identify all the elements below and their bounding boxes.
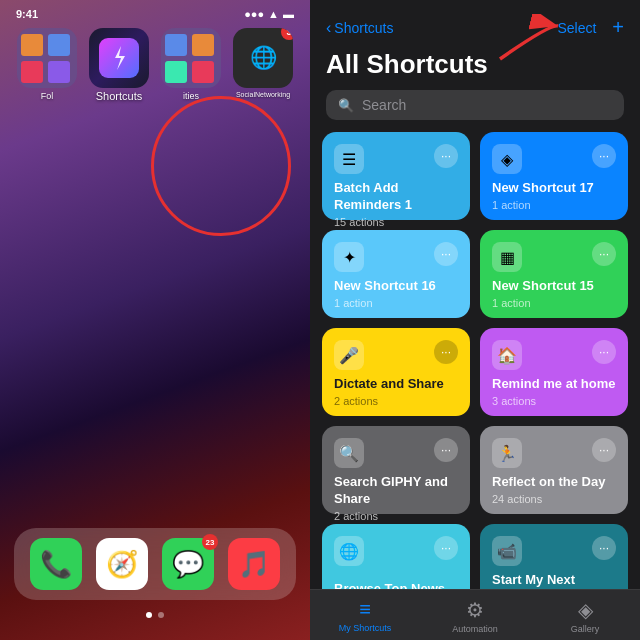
card-title-browse-news: Browse Top News [334,581,458,589]
card-more-browse-news[interactable]: ··· [434,536,458,560]
card-more-giphy[interactable]: ··· [434,438,458,462]
card-more-next-meeting[interactable]: ··· [592,536,616,560]
card-header: ▦ ··· [492,242,616,272]
card-icon-next-meeting: 📹 [492,536,522,566]
battery-icon: ▬ [283,8,294,20]
card-header: 🏠 ··· [492,340,616,370]
my-shortcuts-icon: ≡ [359,598,371,621]
card-subtitle-new17: 1 action [492,199,616,211]
card-header: 🎤 ··· [334,340,458,370]
shortcut-card-reflect[interactable]: 🏃 ··· Reflect on the Day 24 actions [480,426,628,514]
nav-actions: Select + [557,16,624,39]
card-more-new16[interactable]: ··· [434,242,458,266]
dock-phone[interactable]: 📞 [30,538,82,590]
card-subtitle-new15: 1 action [492,297,616,309]
shortcut-card-batch-add[interactable]: ☰ ··· Batch Add Reminders 1 15 actions [322,132,470,220]
card-icon-new17: ◈ [492,144,522,174]
card-header: 🌐 ··· [334,536,458,566]
card-icon-reflect: 🏃 [492,438,522,468]
card-subtitle-dictate: 2 actions [334,395,458,407]
card-title-reflect: Reflect on the Day [492,474,616,491]
search-bar[interactable]: 🔍 Search [326,90,624,120]
shortcut-card-giphy[interactable]: 🔍 ··· Search GIPHY and Share 2 actions [322,426,470,514]
card-title-remind-home: Remind me at home [492,376,616,393]
automation-label: Automation [452,624,498,634]
dot-1 [146,612,152,618]
page-title: All Shortcuts [310,45,640,90]
social-networking-app[interactable]: 🌐 3 SocialNetworking [233,28,293,102]
signal-icon: ●●● [244,8,264,20]
gallery-label: Gallery [571,624,600,634]
back-button[interactable]: ‹ Shortcuts [326,19,393,37]
shortcuts-app-screen: ‹ Shortcuts Select + All Shortcuts 🔍 Sea… [310,0,640,640]
card-title-new17: New Shortcut 17 [492,180,616,197]
card-header: 📹 ··· [492,536,616,566]
card-icon-browse-news: 🌐 [334,536,364,566]
shortcut-card-new15[interactable]: ▦ ··· New Shortcut 15 1 action [480,230,628,318]
card-more-remind-home[interactable]: ··· [592,340,616,364]
card-title-new15: New Shortcut 15 [492,278,616,295]
dock-messages[interactable]: 💬 23 [162,538,214,590]
dock-safari[interactable]: 🧭 [96,538,148,590]
shortcuts-grid: ☰ ··· Batch Add Reminders 1 15 actions ◈… [310,132,640,589]
card-icon-new16: ✦ [334,242,364,272]
folder-fol-label: Fol [41,91,54,101]
shortcut-card-browse-news[interactable]: 🌐 ··· Browse Top News [322,524,470,589]
select-button[interactable]: Select [557,20,596,36]
card-more-dictate[interactable]: ··· [434,340,458,364]
tab-gallery[interactable]: ◈ Gallery [530,598,640,634]
card-subtitle-reflect: 24 actions [492,493,616,505]
shortcuts-app-icon[interactable] [89,28,149,88]
automation-icon: ⚙ [466,598,484,622]
status-icons: ●●● ▲ ▬ [244,8,294,20]
card-subtitle-remind-home: 3 actions [492,395,616,407]
back-label: Shortcuts [334,20,393,36]
search-icon: 🔍 [338,98,354,113]
card-title-new16: New Shortcut 16 [334,278,458,295]
messages-badge: 23 [202,534,218,550]
card-title-next-meeting: Start My Next Meeting [492,572,616,589]
shortcuts-app-label: Shortcuts [96,90,142,102]
dot-2 [158,612,164,618]
search-placeholder: Search [362,97,406,113]
status-time: 9:41 [16,8,38,20]
card-title-giphy: Search GIPHY and Share [334,474,458,508]
my-shortcuts-label: My Shortcuts [339,623,392,633]
card-icon-batch: ☰ [334,144,364,174]
tab-my-shortcuts[interactable]: ≡ My Shortcuts [310,598,420,634]
card-icon-remind-home: 🏠 [492,340,522,370]
card-header: ☰ ··· [334,144,458,174]
shortcut-card-next-meeting[interactable]: 📹 ··· Start My Next Meeting [480,524,628,589]
card-more-new17[interactable]: ··· [592,144,616,168]
add-button[interactable]: + [612,16,624,39]
card-header: 🔍 ··· [334,438,458,468]
card-icon-dictate: 🎤 [334,340,364,370]
tab-bar: ≡ My Shortcuts ⚙ Automation ◈ Gallery [310,589,640,640]
shortcut-card-new16[interactable]: ✦ ··· New Shortcut 16 1 action [322,230,470,318]
card-more-batch[interactable]: ··· [434,144,458,168]
shortcut-card-new17[interactable]: ◈ ··· New Shortcut 17 1 action [480,132,628,220]
wifi-icon: ▲ [268,8,279,20]
folder-ities-label: ities [183,91,199,101]
card-subtitle-new16: 1 action [334,297,458,309]
folder-ities[interactable]: ities [161,28,221,102]
nav-bar: ‹ Shortcuts Select + [310,0,640,45]
card-icon-giphy: 🔍 [334,438,364,468]
card-subtitle-batch: 15 actions [334,216,458,228]
shortcuts-app-wrapper[interactable]: Shortcuts [89,28,149,102]
card-more-new15[interactable]: ··· [592,242,616,266]
shortcut-card-remind-home[interactable]: 🏠 ··· Remind me at home 3 actions [480,328,628,416]
card-more-reflect[interactable]: ··· [592,438,616,462]
card-title-batch: Batch Add Reminders 1 [334,180,458,214]
shortcut-card-dictate[interactable]: 🎤 ··· Dictate and Share 2 actions [322,328,470,416]
app-row-1: Fol Shortcuts [0,24,310,106]
back-chevron-icon: ‹ [326,19,331,37]
card-header: ◈ ··· [492,144,616,174]
tab-automation[interactable]: ⚙ Automation [420,598,530,634]
social-label: SocialNetworking [236,91,290,98]
folder-fol[interactable]: Fol [17,28,77,102]
status-bar: 9:41 ●●● ▲ ▬ [0,0,310,24]
dock-music[interactable]: 🎵 [228,538,280,590]
card-header: ✦ ··· [334,242,458,272]
card-header: 🏃 ··· [492,438,616,468]
